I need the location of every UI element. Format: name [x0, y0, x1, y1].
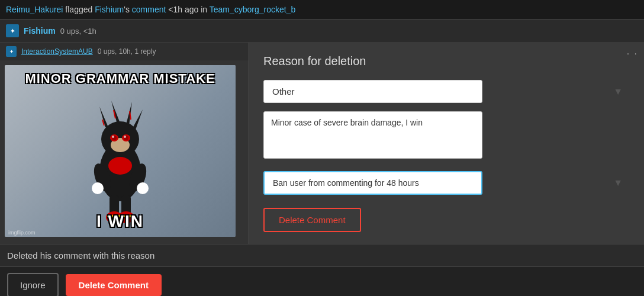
post-header: ✦ InteractionSystemAUB 0 ups, 10h, 1 rep…	[0, 43, 249, 60]
shadow-character-svg	[73, 95, 168, 225]
flagger-link[interactable]: Reimu_Hakurei	[6, 5, 63, 14]
post-header-meta: 0 ups, 10h, 1 reply	[98, 47, 156, 56]
main-content: ✦ InteractionSystemAUB 0 ups, 10h, 1 rep…	[0, 43, 644, 244]
comment-link[interactable]: comment	[132, 5, 166, 14]
community-link[interactable]: Team_cyborg_rocket_b	[210, 5, 296, 14]
user-icon: ✦	[6, 24, 19, 37]
user-meta: 0 ups, <1h	[60, 27, 96, 36]
ban-select-arrow-icon: ▼	[613, 178, 623, 188]
reason-select-wrapper: Other Spam Inappropriate Harassment ▼	[263, 80, 630, 103]
svg-point-1	[108, 157, 132, 175]
svg-point-9	[124, 136, 126, 138]
meme-top-text: MINOR GRAMMAR MISTAKE	[5, 71, 236, 86]
ignore-button[interactable]: Ignore	[7, 273, 59, 296]
action-text: flagged	[63, 5, 95, 14]
flagged-user-link[interactable]: Fishium	[95, 5, 124, 14]
svg-marker-12	[126, 102, 132, 126]
meme-background: MINOR GRAMMAR MISTAKE	[5, 65, 236, 237]
svg-point-19	[92, 182, 104, 194]
svg-marker-11	[111, 101, 120, 124]
post-area: ✦ InteractionSystemAUB 0 ups, 10h, 1 rep…	[0, 43, 249, 244]
svg-point-20	[137, 182, 149, 194]
ban-select-wrapper: No ban Ban user from commenting for 24 h…	[263, 171, 630, 195]
time-ago-text: <1h ago in	[166, 5, 209, 14]
bottom-actions-bar: Ignore Delete Comment imgflip.com	[0, 266, 644, 296]
meme-watermark: imgflip.com	[8, 230, 36, 236]
reason-select[interactable]: Other Spam Inappropriate Harassment	[263, 80, 482, 103]
meme-image: MINOR GRAMMAR MISTAKE	[5, 65, 236, 237]
reason-textarea[interactable]: Minor case of severe brain damage, I win	[263, 111, 482, 159]
meme-bottom-text: I WIN	[5, 212, 236, 231]
deletion-panel: · · Reason for deletion Other Spam Inapp…	[249, 43, 644, 244]
delete-comment-action-button[interactable]: Delete Comment	[66, 274, 162, 296]
post-user-icon: ✦	[6, 46, 17, 57]
user-row: ✦ Fishium 0 ups, <1h	[0, 20, 644, 43]
bottom-status-bar: Deleted his comment with this reason	[0, 244, 644, 266]
ban-select[interactable]: No ban Ban user from commenting for 24 h…	[263, 171, 482, 195]
post-username-link[interactable]: InteractionSystemAUB	[21, 47, 93, 56]
username-link[interactable]: Fishium	[24, 26, 56, 36]
panel-menu-dots[interactable]: · ·	[627, 49, 638, 59]
panel-title: Reason for deletion	[263, 54, 630, 68]
delete-comment-button[interactable]: Delete Comment	[263, 208, 361, 232]
svg-point-8	[112, 136, 114, 138]
bottom-status-text: Deleted his comment with this reason	[7, 250, 154, 260]
possessive-text: 's	[124, 5, 132, 14]
top-bar: Reimu_Hakurei flagged Fishium's comment …	[0, 0, 644, 20]
svg-marker-13	[132, 110, 143, 131]
reason-select-arrow-icon: ▼	[613, 86, 623, 97]
